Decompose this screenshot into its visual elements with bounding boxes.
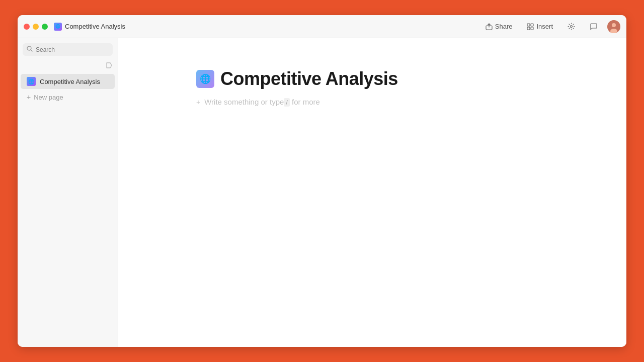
sidebar-item-competitive-analysis[interactable]: 🌐 Competitive Analysis bbox=[21, 74, 115, 89]
settings-button[interactable] bbox=[563, 21, 579, 33]
avatar[interactable] bbox=[607, 20, 620, 33]
svg-line-10 bbox=[31, 50, 33, 52]
share-icon bbox=[485, 23, 493, 31]
svg-rect-1 bbox=[527, 24, 530, 26]
page-title[interactable]: Competitive Analysis bbox=[220, 68, 398, 89]
search-input[interactable] bbox=[36, 46, 109, 53]
search-icon bbox=[27, 46, 33, 53]
minimize-button[interactable] bbox=[33, 24, 39, 30]
title-bar-page-icon: 🌐 bbox=[54, 23, 62, 31]
title-bar-title: Competitive Analysis bbox=[65, 23, 125, 30]
placeholder-text: Write something or type bbox=[204, 98, 284, 106]
editor-placeholder[interactable]: Write something or type/ for more bbox=[204, 98, 320, 106]
svg-rect-3 bbox=[527, 27, 530, 30]
title-bar: 🌐 Competitive Analysis Share bbox=[18, 15, 626, 38]
sidebar-item-label: Competitive Analysis bbox=[40, 78, 100, 85]
comment-button[interactable] bbox=[585, 21, 601, 33]
placeholder-plus-icon: + bbox=[196, 98, 200, 106]
slash-command: / bbox=[284, 98, 290, 107]
title-bar-center: 🌐 Competitive Analysis bbox=[54, 23, 481, 31]
sidebar: 🌐 Competitive Analysis + New page bbox=[18, 38, 118, 347]
main-content: 🌐 Competitive Analysis + New page 🌐 Comp… bbox=[18, 38, 626, 347]
insert-label: Insert bbox=[536, 23, 553, 30]
insert-icon bbox=[526, 23, 534, 31]
new-page-plus-icon: + bbox=[27, 93, 31, 101]
settings-icon bbox=[567, 23, 575, 31]
svg-rect-2 bbox=[531, 24, 533, 26]
new-page-label: New page bbox=[34, 94, 63, 101]
sidebar-item-icon: 🌐 bbox=[27, 77, 36, 86]
share-label: Share bbox=[495, 23, 513, 30]
page-emoji-icon: 🌐 bbox=[196, 70, 214, 88]
svg-point-7 bbox=[612, 23, 616, 27]
editor-area[interactable]: 🌐 Competitive Analysis + Write something… bbox=[118, 38, 626, 347]
page-title-row: 🌐 Competitive Analysis bbox=[196, 68, 548, 89]
comment-icon bbox=[589, 23, 597, 31]
new-page-item[interactable]: + New page bbox=[21, 90, 115, 104]
search-box[interactable] bbox=[23, 43, 113, 56]
insert-button[interactable]: Insert bbox=[522, 21, 557, 33]
svg-point-9 bbox=[27, 46, 31, 50]
maximize-button[interactable] bbox=[42, 24, 48, 30]
editor-placeholder-row: + Write something or type/ for more bbox=[196, 98, 548, 106]
search-container bbox=[18, 43, 118, 56]
close-button[interactable] bbox=[24, 24, 30, 30]
title-bar-actions: Share Insert bbox=[481, 20, 620, 33]
editor-content: 🌐 Competitive Analysis + Write something… bbox=[196, 68, 548, 106]
share-button[interactable]: Share bbox=[481, 21, 517, 33]
svg-rect-4 bbox=[531, 27, 533, 30]
traffic-lights bbox=[24, 24, 48, 30]
page-emoji: 🌐 bbox=[200, 73, 211, 84]
app-window: 🌐 Competitive Analysis Share bbox=[18, 15, 626, 347]
svg-point-5 bbox=[570, 26, 572, 28]
placeholder-suffix: for more bbox=[290, 98, 320, 106]
collapse-sidebar-icon[interactable] bbox=[104, 60, 115, 72]
